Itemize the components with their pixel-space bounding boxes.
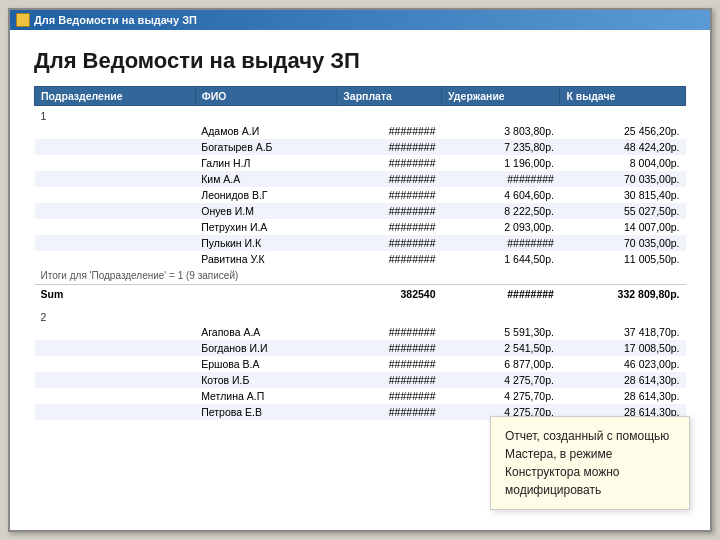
col-header-retention: Удержание [442,87,560,106]
table-row: Ким А.А################70 035,00р. [35,171,686,187]
col-header-subdivision: Подразделение [35,87,196,106]
col-header-salary: Зарплата [337,87,442,106]
group2-label: 2 [35,307,686,324]
table-row: Галин Н.Л########1 196,00р.8 004,00р. [35,155,686,171]
table-row: Пулькин И.К################70 035,00р. [35,235,686,251]
group-sum-row: Sum382540########332 809,80р. [35,285,686,304]
group-label: 1 [35,106,686,124]
table-row: Котов И.Б########4 275,70р.28 614,30р. [35,372,686,388]
title-bar-text: Для Ведомости на выдачу ЗП [34,14,197,26]
table-row: Леонидов В.Г########4 604,60р.30 815,40р… [35,187,686,203]
tooltip-text: Отчет, созданный с помощью Мастера, в ре… [505,429,669,497]
col-header-topay: К выдаче [560,87,686,106]
tooltip-box: Отчет, созданный с помощью Мастера, в ре… [490,416,690,510]
table-row: Петрухин И.А########2 093,00р.14 007,00р… [35,219,686,235]
window-icon [16,13,30,27]
table-row: Богданов И.И########2 541,50р.17 008,50р… [35,340,686,356]
table-row: Ершова В.А########6 877,00р.46 023,00р. [35,356,686,372]
data-table: Подразделение ФИО Зарплата Удержание К в… [34,86,686,420]
table-row: Агапова А.А########5 591,30р.37 418,70р. [35,324,686,340]
table-row: Метлина А.П########4 275,70р.28 614,30р. [35,388,686,404]
title-bar: Для Ведомости на выдачу ЗП [10,10,710,30]
main-window: Для Ведомости на выдачу ЗП Для Ведомости… [8,8,712,532]
content-area: Для Ведомости на выдачу ЗП Подразделение… [10,30,710,530]
table-row: Адамов А.И########3 803,80р.25 456,20р. [35,123,686,139]
table-row: Богатырев А.Б########7 235,80р.48 424,20… [35,139,686,155]
col-header-fio: ФИО [195,87,336,106]
group-summary-label-row: Итоги для 'Подразделение' = 1 (9 записей… [35,267,686,285]
table-row: Онуев И.М########8 222,50р.55 027,50р. [35,203,686,219]
table-row: Равитина У.К########1 644,50р.11 005,50р… [35,251,686,267]
page-title: Для Ведомости на выдачу ЗП [34,48,686,74]
